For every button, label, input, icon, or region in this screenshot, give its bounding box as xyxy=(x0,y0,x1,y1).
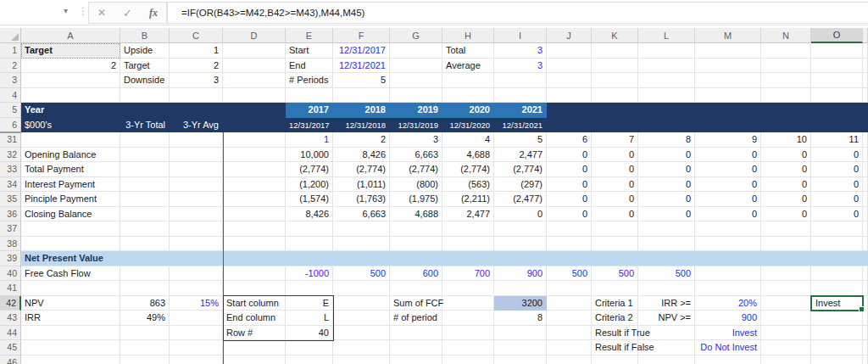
cell-A5[interactable]: Year xyxy=(21,103,120,118)
row-header-44[interactable]: 44 xyxy=(0,326,20,341)
cell-G35[interactable]: (1,975) xyxy=(390,192,442,207)
row-header-46[interactable]: 46 xyxy=(0,356,20,364)
cell-E2[interactable]: End xyxy=(286,59,333,74)
cell-I32[interactable]: 2,477 xyxy=(494,148,547,163)
column-header-O[interactable]: O xyxy=(811,28,863,43)
formula-input[interactable]: =IF(OR(B43>=M42,B42>=M43),M44,M45) xyxy=(167,2,868,24)
cell-N35[interactable]: 0 xyxy=(761,192,811,207)
cell-M45[interactable]: Do Not Invest xyxy=(695,340,761,356)
cell-I6[interactable]: 12/31/2021 xyxy=(494,118,547,133)
cell-N33[interactable]: 0 xyxy=(761,162,811,177)
cell-C3[interactable]: 3 xyxy=(170,73,223,88)
cell-K35[interactable]: 0 xyxy=(592,192,638,207)
cell-A39[interactable]: Net Present Value xyxy=(21,251,120,266)
cell-B1[interactable]: Upside xyxy=(120,43,170,59)
cell-O42[interactable]: Invest xyxy=(810,295,864,312)
cell-A1[interactable]: Target xyxy=(21,43,120,59)
cell-I34[interactable]: (297) xyxy=(494,177,547,193)
cell-E42[interactable]: E xyxy=(286,296,333,311)
cell-I31[interactable]: 5 xyxy=(494,132,547,148)
cell-K36[interactable]: 0 xyxy=(592,207,638,222)
cell-H1[interactable]: Total xyxy=(442,43,494,59)
cell-G31[interactable]: 3 xyxy=(390,132,442,148)
cell-A42[interactable]: NPV xyxy=(21,296,120,311)
cell-L31[interactable]: 8 xyxy=(638,132,695,148)
cell-G36[interactable]: 4,688 xyxy=(390,207,442,222)
cell-J32[interactable]: 0 xyxy=(547,148,592,163)
cell-K34[interactable]: 0 xyxy=(592,177,638,193)
cell-J34[interactable]: 0 xyxy=(547,177,592,193)
cell-H40[interactable]: 700 xyxy=(442,266,494,282)
cell-O33[interactable]: 0 xyxy=(811,162,863,177)
cell-A32[interactable]: Opening Balance xyxy=(21,148,120,163)
cell-C42[interactable]: 15% xyxy=(170,296,223,311)
cell-F32[interactable]: 8,426 xyxy=(333,148,390,163)
row-header-36[interactable]: 36 xyxy=(0,207,20,222)
cell-L43[interactable]: NPV >= xyxy=(638,311,695,326)
cell-H36[interactable]: 2,477 xyxy=(442,207,494,222)
cell-N34[interactable]: 0 xyxy=(761,177,811,193)
cell-L40[interactable]: 500 xyxy=(638,266,695,282)
column-header-E[interactable]: E xyxy=(286,28,333,43)
cell-A34[interactable]: Interest Payment xyxy=(21,177,120,193)
cell-C2[interactable]: 2 xyxy=(170,59,223,74)
cell-D43[interactable]: End column xyxy=(223,311,286,326)
cell-E5[interactable]: 2017 xyxy=(286,103,333,118)
cell-M32[interactable]: 0 xyxy=(695,148,761,163)
row-header-45[interactable]: 45 xyxy=(0,340,20,356)
cell-E1[interactable]: Start xyxy=(286,43,333,59)
cell-H33[interactable]: (2,774) xyxy=(442,162,494,177)
column-header-I[interactable]: I xyxy=(494,28,547,43)
cell-A35[interactable]: Pinciple Payment xyxy=(21,192,120,207)
cell-N36[interactable]: 0 xyxy=(761,207,811,222)
cell-M36[interactable]: 0 xyxy=(695,207,761,222)
cell-F5[interactable]: 2018 xyxy=(333,103,390,118)
cell-G6[interactable]: 12/31/2019 xyxy=(390,118,442,133)
cell-L35[interactable]: 0 xyxy=(638,192,695,207)
cell-D42[interactable]: Start column xyxy=(223,296,286,311)
cell-E3[interactable]: # Periods xyxy=(286,73,333,88)
cell-G5[interactable]: 2019 xyxy=(390,103,442,118)
cell-G34[interactable]: (800) xyxy=(390,177,442,193)
column-header-G[interactable]: G xyxy=(390,28,442,43)
cell-G42[interactable]: Sum of FCF xyxy=(390,296,442,311)
cell-F36[interactable]: 6,663 xyxy=(333,207,390,222)
cell-A2[interactable]: 2 xyxy=(21,59,120,74)
row-header-37[interactable]: 37 xyxy=(0,221,20,237)
row-header-6[interactable]: 6 xyxy=(0,118,20,133)
cell-H2[interactable]: Average xyxy=(442,59,494,74)
row-header-31[interactable]: 31 xyxy=(0,132,20,148)
column-header-K[interactable]: K xyxy=(592,28,638,43)
cell-I42[interactable]: 3200 xyxy=(494,296,547,311)
enter-icon[interactable]: ✓ xyxy=(123,7,132,20)
cell-E34[interactable]: (1,200) xyxy=(286,177,333,193)
cell-E43[interactable]: L xyxy=(286,311,333,326)
cell-O34[interactable]: 0 xyxy=(811,177,863,193)
cell-H35[interactable]: (2,211) xyxy=(442,192,494,207)
cell-H6[interactable]: 12/31/2020 xyxy=(442,118,494,133)
cell-M31[interactable]: 9 xyxy=(695,132,761,148)
cancel-icon[interactable]: ✕ xyxy=(97,7,106,19)
cell-I35[interactable]: (2,477) xyxy=(494,192,547,207)
cell-I36[interactable]: 0 xyxy=(494,207,547,222)
cell-B42[interactable]: 863 xyxy=(120,296,170,311)
row-header-43[interactable]: 43 xyxy=(0,311,20,326)
cell-H5[interactable]: 2020 xyxy=(442,103,494,118)
cell-I1[interactable]: 3 xyxy=(494,43,547,59)
name-box-dropdown-icon[interactable]: ▾ xyxy=(64,6,68,15)
cell-M35[interactable]: 0 xyxy=(695,192,761,207)
cell-F3[interactable]: 5 xyxy=(333,73,390,88)
cell-F2[interactable]: 12/31/2021 xyxy=(333,59,390,74)
row-header-33[interactable]: 33 xyxy=(0,162,20,177)
column-header-C[interactable]: C xyxy=(170,28,223,43)
cell-K43[interactable]: Criteria 2 xyxy=(592,311,638,326)
cell-K42[interactable]: Criteria 1 xyxy=(592,296,638,311)
cell-F34[interactable]: (1,011) xyxy=(333,177,390,193)
cell-E40[interactable]: -1000 xyxy=(286,266,333,282)
cell-N32[interactable]: 0 xyxy=(761,148,811,163)
cell-A33[interactable]: Total Payment xyxy=(21,162,120,177)
cell-M33[interactable]: 0 xyxy=(695,162,761,177)
row-header-34[interactable]: 34 xyxy=(0,177,20,193)
insert-function-icon[interactable]: fx xyxy=(149,7,158,20)
cell-I33[interactable]: (2,774) xyxy=(494,162,547,177)
